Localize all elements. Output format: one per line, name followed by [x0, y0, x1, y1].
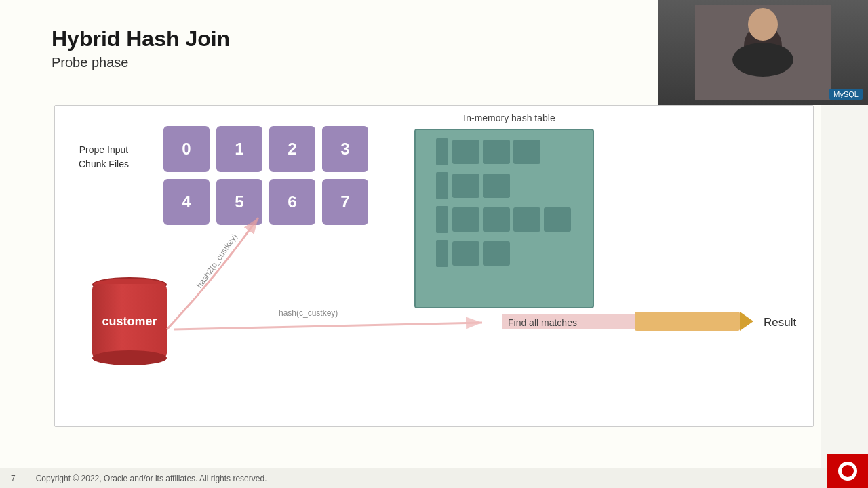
- hash-row-2: [436, 172, 587, 199]
- hash-chain-3: [452, 207, 571, 232]
- customer-cylinder: customer: [92, 284, 167, 359]
- content-box: Prope Input Chunk Files 0 1 2 3 4 5 6 7 …: [54, 105, 814, 427]
- svg-text:Find all matches: Find all matches: [508, 317, 577, 328]
- svg-rect-9: [502, 314, 638, 329]
- chunk-6: 6: [269, 179, 315, 225]
- hash-item: [483, 207, 510, 232]
- svg-marker-11: [740, 312, 753, 331]
- oracle-logo: [827, 454, 868, 488]
- hash-chain-4: [452, 241, 510, 266]
- hash-chain-2: [452, 174, 510, 198]
- svg-point-3: [732, 43, 793, 77]
- hash-item: [483, 241, 510, 266]
- hash-bucket-4: [436, 240, 448, 267]
- cylinder-body: customer: [92, 284, 167, 359]
- customer-label: customer: [102, 314, 157, 329]
- cylinder-bottom: [92, 350, 167, 365]
- chunk-7: 7: [322, 179, 368, 225]
- chunk-3: 3: [322, 126, 368, 172]
- hash-row-1: [436, 138, 587, 165]
- hash-item: [544, 207, 571, 232]
- hash-item: [452, 241, 479, 266]
- chunk-files-grid: 0 1 2 3 4 5 6 7: [163, 126, 368, 225]
- mysql-logo: MySQL: [829, 89, 863, 100]
- chunk-0: 0: [163, 126, 210, 172]
- svg-text:Result: Result: [764, 316, 796, 329]
- footer: 7 Copyright © 2022, Oracle and/or its af…: [0, 468, 868, 488]
- svg-text:hash(c_custkey): hash(c_custkey): [279, 308, 338, 318]
- slide-subtitle: Probe phase: [52, 55, 230, 70]
- hash-row-3: [436, 206, 587, 233]
- hash-bucket-2: [436, 172, 448, 199]
- hash-item: [483, 174, 510, 198]
- svg-rect-10: [635, 312, 740, 331]
- hash-item: [513, 140, 540, 164]
- svg-point-2: [748, 8, 778, 41]
- hash-item: [483, 140, 510, 164]
- page-number: 7: [11, 474, 16, 483]
- chunk-1: 1: [216, 126, 262, 172]
- svg-text:hash2(o_custkey): hash2(o_custkey): [195, 232, 239, 290]
- copyright-text: Copyright © 2022, Oracle and/or its affi…: [36, 474, 267, 483]
- oracle-o-icon: [838, 462, 857, 481]
- hash-table-area: In-memory hash table: [414, 113, 604, 308]
- chunk-2: 2: [269, 126, 315, 172]
- hash-item: [513, 207, 540, 232]
- hash-item: [452, 207, 479, 232]
- hash-item: [452, 140, 479, 164]
- title-area: Hybrid Hash Join Probe phase: [52, 27, 230, 70]
- hash-row-4: [436, 240, 587, 267]
- hash-table-box: [414, 129, 594, 308]
- hash-table-label: In-memory hash table: [414, 113, 604, 123]
- hash-bucket-1: [436, 138, 448, 165]
- hash-item: [452, 174, 479, 198]
- hash-chain-1: [452, 140, 540, 164]
- video-overlay: MySQL: [658, 0, 868, 105]
- slide-title: Hybrid Hash Join: [52, 27, 230, 51]
- chunk-5: 5: [216, 179, 262, 225]
- hash-bucket-3: [436, 206, 448, 233]
- probe-input-label: Prope Input Chunk Files: [79, 143, 129, 171]
- chunk-4: 4: [163, 179, 210, 225]
